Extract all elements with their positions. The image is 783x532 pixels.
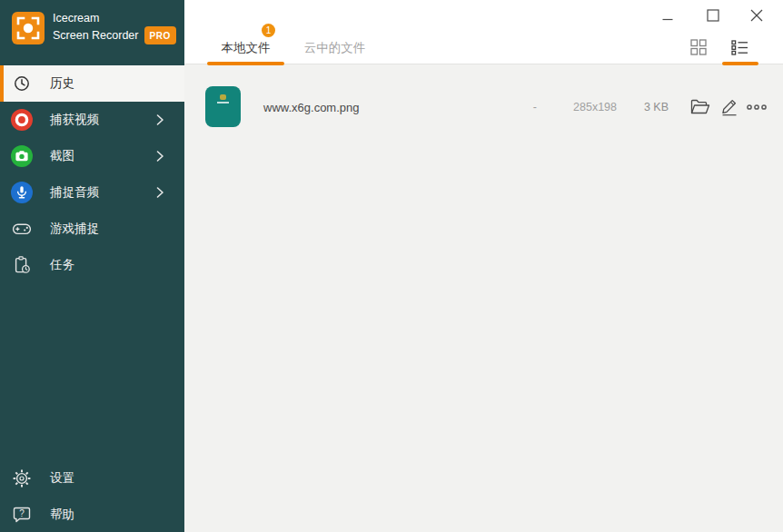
app-title: Icecream Screen Recorder PRO: [53, 11, 176, 44]
sidebar-item-history[interactable]: 历史: [0, 65, 184, 102]
tab-label: 本地文件: [222, 40, 271, 56]
tasks-icon: [11, 254, 33, 276]
pro-badge: PRO: [144, 26, 176, 44]
open-folder-icon[interactable]: [689, 95, 712, 119]
sidebar-item-label: 任务: [50, 257, 74, 273]
sidebar-item-label: 历史: [50, 75, 74, 92]
sidebar-item-settings[interactable]: 设置: [0, 460, 184, 497]
sidebar-item-game-capture[interactable]: 游戏捕捉: [0, 211, 184, 247]
chevron-right-icon: [155, 113, 164, 126]
file-list-panel: www.x6g.com.png - 285x198 3 KB: [184, 65, 783, 532]
svg-text:?: ?: [19, 508, 25, 518]
file-duration: -: [533, 101, 537, 113]
app-logo-icon: [12, 12, 45, 44]
file-size: 3 KB: [644, 101, 669, 113]
gamepad-icon: [11, 218, 33, 240]
clock-icon: [11, 73, 33, 94]
app-brand: Icecream Screen Recorder PRO: [12, 11, 176, 44]
file-dimensions: 285x198: [573, 101, 617, 113]
sidebar-item-label: 游戏捕捉: [50, 221, 99, 237]
tab-label: 云中的文件: [304, 40, 366, 56]
app-title-line2: Screen Recorder: [53, 28, 139, 44]
tab-count-badge: 1: [262, 24, 275, 37]
sidebar-item-label: 捕捉音频: [50, 184, 99, 201]
close-button[interactable]: [742, 4, 771, 27]
camera-icon: [11, 145, 33, 167]
sidebar-item-capture-video[interactable]: 捕获视频: [0, 102, 184, 138]
list-view-icon[interactable]: [728, 36, 751, 58]
grid-view-icon[interactable]: [687, 36, 710, 58]
sidebar-item-help[interactable]: ? 帮助: [0, 497, 184, 532]
sidebar-menu: 历史 捕获视频: [0, 65, 184, 283]
header: 本地文件 1 云中的文件: [184, 0, 783, 64]
sidebar-item-label: 设置: [50, 470, 74, 487]
minimize-button[interactable]: [653, 4, 682, 27]
record-icon: [11, 109, 33, 131]
sidebar: Icecream Screen Recorder PRO 历史: [0, 0, 184, 532]
chevron-right-icon: [155, 150, 164, 163]
chevron-right-icon: [155, 186, 164, 199]
rename-pencil-icon[interactable]: [718, 95, 741, 119]
file-row[interactable]: www.x6g.com.png - 285x198 3 KB: [184, 86, 783, 127]
sidebar-item-label: 捕获视频: [50, 112, 99, 128]
active-tab-underline: [207, 62, 284, 65]
sidebar-item-tasks[interactable]: 任务: [0, 247, 184, 283]
file-thumbnail: [205, 86, 241, 127]
gear-icon: [11, 468, 33, 489]
more-options-icon[interactable]: [745, 95, 768, 119]
help-icon: ?: [11, 504, 33, 526]
sidebar-item-label: 帮助: [50, 507, 74, 523]
sidebar-item-capture-audio[interactable]: 捕捉音频: [0, 174, 184, 211]
app-title-line1: Icecream: [53, 11, 176, 26]
tab-cloud-files[interactable]: 云中的文件: [292, 36, 378, 60]
tab-local-files[interactable]: 本地文件: [207, 36, 284, 60]
file-name: www.x6g.com.png: [263, 100, 360, 113]
thumbnail-preview: [217, 94, 229, 103]
maximize-button[interactable]: [699, 4, 728, 27]
sidebar-item-screenshot[interactable]: 截图: [0, 138, 184, 174]
microphone-icon: [11, 182, 33, 203]
active-view-underline: [722, 62, 758, 65]
sidebar-item-label: 截图: [50, 148, 74, 164]
sidebar-footer: 设置 ? 帮助: [0, 460, 184, 532]
